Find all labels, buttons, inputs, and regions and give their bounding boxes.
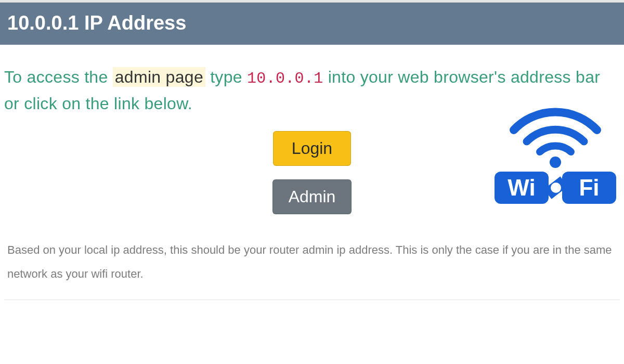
- wifi-logo: Wi Fi: [488, 104, 623, 210]
- wifi-text-left: Wi: [508, 175, 535, 200]
- login-button[interactable]: Login: [273, 131, 351, 166]
- instruction-mid: type: [205, 68, 247, 86]
- footer-note: Based on your local ip address, this sho…: [4, 238, 620, 286]
- highlight-admin-page: admin page: [113, 67, 205, 87]
- page-header: 10.0.0.1 IP Address: [0, 3, 624, 45]
- ip-address-code: 10.0.0.1: [247, 70, 323, 87]
- svg-point-4: [551, 183, 561, 193]
- wifi-text-right: Fi: [579, 175, 599, 200]
- wifi-icon: Wi Fi: [490, 104, 620, 208]
- main-content: To access the admin page type 10.0.0.1 i…: [0, 45, 624, 300]
- admin-button[interactable]: Admin: [272, 179, 352, 214]
- svg-point-0: [550, 157, 561, 168]
- instruction-pre: To access the: [4, 68, 113, 86]
- page-title: 10.0.0.1 IP Address: [7, 12, 617, 34]
- divider: [4, 300, 620, 300]
